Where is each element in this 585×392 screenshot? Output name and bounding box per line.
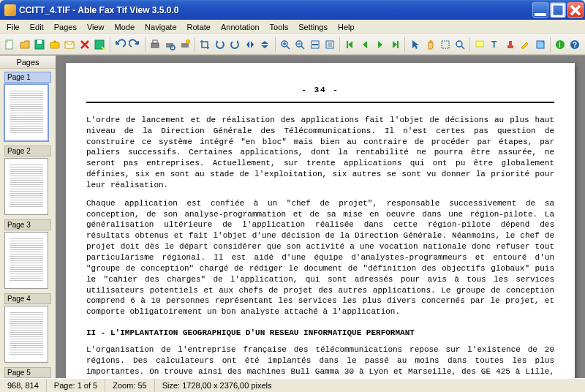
highlight-button[interactable] xyxy=(518,37,532,53)
pointer-button[interactable] xyxy=(408,37,422,53)
next-page-button[interactable] xyxy=(373,37,387,53)
menu-rotate[interactable]: Rotate xyxy=(182,21,216,33)
svg-rect-9 xyxy=(153,40,157,43)
separator xyxy=(339,37,340,52)
crop-button[interactable] xyxy=(198,37,212,53)
rotate-right-button[interactable] xyxy=(228,37,242,53)
fit-width-button[interactable] xyxy=(308,37,322,53)
info-button[interactable]: i xyxy=(554,37,567,53)
redo-button[interactable] xyxy=(128,37,142,53)
menu-view[interactable]: View xyxy=(82,21,110,33)
prev-page-icon xyxy=(359,39,371,50)
separator xyxy=(195,37,195,52)
thumbnail-image xyxy=(4,158,48,215)
fit-page-button[interactable] xyxy=(323,37,337,53)
stamp-icon xyxy=(505,39,516,50)
prev-page-button[interactable] xyxy=(358,37,372,53)
select-icon xyxy=(439,39,451,50)
status-zoom-value: 55 xyxy=(137,381,146,390)
last-page-icon xyxy=(389,39,401,50)
menu-edit[interactable]: Edit xyxy=(25,21,49,33)
status-size: Size: 1728,00 x 2376,00 pixels xyxy=(155,379,585,392)
stamp-button[interactable] xyxy=(503,37,517,53)
highlight-icon xyxy=(519,39,531,50)
thumbnail-page-4[interactable]: Page 4 xyxy=(4,293,51,363)
menu-navigate[interactable]: Navigate xyxy=(140,21,181,33)
maximize-button[interactable] xyxy=(550,2,566,18)
page-rule xyxy=(86,102,554,103)
thumbnail-label: Page 4 xyxy=(4,293,51,304)
pages-sidebar: Pages Page 1 Page 2 Page 3 Page 4 Page 5 xyxy=(0,56,56,378)
magnifier-button[interactable] xyxy=(453,37,467,53)
thumbnail-page-2[interactable]: Page 2 xyxy=(4,146,51,215)
rotate-left-button[interactable] xyxy=(213,37,227,53)
menu-settings[interactable]: Settings xyxy=(293,21,333,33)
minimize-button[interactable] xyxy=(532,2,548,18)
svg-rect-23 xyxy=(476,41,483,47)
thumbnail-page-5[interactable]: Page 5 xyxy=(4,367,51,378)
note-button[interactable] xyxy=(533,37,547,53)
thumbnail-label: Page 5 xyxy=(4,367,51,378)
flip-v-button[interactable] xyxy=(258,37,272,53)
next-page-icon xyxy=(374,39,386,50)
zoom-in-button[interactable] xyxy=(278,37,292,53)
menu-annotation[interactable]: Annotation xyxy=(216,21,265,33)
zoom-out-button[interactable] xyxy=(293,37,307,53)
delete-button[interactable] xyxy=(78,37,92,53)
document-viewer[interactable]: - 34 - L'ordre de lancement et de réalis… xyxy=(56,56,585,378)
thumbnail-page-1[interactable]: Page 1 xyxy=(4,72,51,141)
thumbnails-list[interactable]: Page 1 Page 2 Page 3 Page 4 Page 5 xyxy=(0,69,56,378)
fit-page-icon xyxy=(324,39,336,50)
acquire-button[interactable] xyxy=(48,37,62,53)
close-button[interactable] xyxy=(567,2,584,18)
new-icon xyxy=(4,39,15,50)
status-zoom-label: Zoom: xyxy=(113,381,135,390)
content-area: Pages Page 1 Page 2 Page 3 Page 4 Page 5 xyxy=(0,55,585,378)
hand-button[interactable] xyxy=(423,37,437,53)
print-preview-button[interactable] xyxy=(163,37,177,53)
help-button[interactable]: ? xyxy=(568,37,582,53)
close-icon xyxy=(568,3,583,18)
thumbnail-page-3[interactable]: Page 3 xyxy=(4,219,51,289)
zoom-out-icon xyxy=(294,39,306,50)
svg-point-22 xyxy=(456,41,462,47)
svg-rect-5 xyxy=(50,42,59,48)
separator xyxy=(110,37,110,52)
magnifier-icon xyxy=(454,39,466,50)
status-page-label: Page: xyxy=(54,381,75,390)
print-button[interactable] xyxy=(148,37,162,53)
save-as-button[interactable] xyxy=(93,37,107,53)
open-button[interactable] xyxy=(18,37,32,53)
status-zoom: Zoom: 55 xyxy=(105,379,155,392)
flip-h-button[interactable] xyxy=(243,37,257,53)
menu-mode[interactable]: Mode xyxy=(110,21,140,33)
save-icon xyxy=(34,39,45,50)
status-size-label: Size: xyxy=(162,381,180,390)
new-button[interactable] xyxy=(3,37,17,53)
select-button[interactable] xyxy=(438,37,452,53)
thumbnail-image xyxy=(4,232,48,289)
paragraph: L'organisation de l'entreprise française… xyxy=(86,344,554,378)
svg-text:T: T xyxy=(491,39,497,50)
last-page-button[interactable] xyxy=(388,37,402,53)
status-size-value: 1728,00 x 2376,00 pixels xyxy=(182,381,271,390)
menu-pages[interactable]: Pages xyxy=(49,21,82,33)
menubar: File Edit Pages View Mode Navigate Rotat… xyxy=(0,20,585,34)
hand-icon xyxy=(424,39,436,50)
print-setup-button[interactable] xyxy=(178,37,192,53)
separator xyxy=(275,37,276,52)
text-tool-button[interactable]: T xyxy=(488,37,502,53)
sidebar-header: Pages xyxy=(0,56,56,69)
menu-file[interactable]: File xyxy=(1,21,25,33)
zoom-in-icon xyxy=(279,39,291,50)
annotations-button[interactable] xyxy=(473,37,487,53)
separator xyxy=(145,37,146,52)
mail-button[interactable] xyxy=(63,37,77,53)
rotate-left-icon xyxy=(214,39,226,50)
save-button[interactable] xyxy=(33,37,47,53)
menu-tools[interactable]: Tools xyxy=(265,21,294,33)
menu-help[interactable]: Help xyxy=(333,21,360,33)
first-page-button[interactable] xyxy=(343,37,357,53)
undo-button[interactable] xyxy=(113,37,127,53)
pointer-icon xyxy=(410,39,421,50)
